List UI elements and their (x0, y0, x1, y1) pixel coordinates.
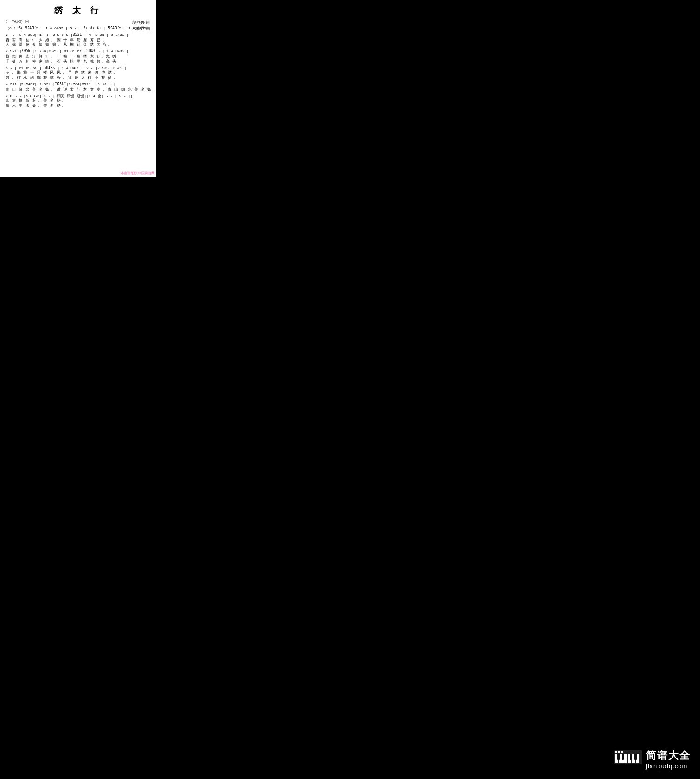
section-3: 2·521 |7̄0̄5̄6̄ |1·784|3521 | 8i 8i 6i |… (6, 49, 151, 64)
svg-rect-7 (617, 754, 620, 760)
piano-icon (614, 750, 642, 769)
notes-row-2: 2· 3 |5 4 352| 1 -)| 2·5 8 5 |3̄5̄2̄1̄ |… (6, 33, 151, 38)
notes-row-5: 4·321 |2·5432| 2·521 |7̄0̄5̄6̄ |1·784|35… (6, 82, 151, 87)
lyrics-row-2a: 西 西 有 位 中 大 娘， 因 十 年 荒 握 剪 把， (6, 38, 151, 43)
logo-container: 简谱大全 jianpudq.com (614, 749, 691, 770)
title-area: 绣 太 行 (6, 5, 151, 16)
svg-rect-6 (636, 754, 639, 763)
svg-rect-9 (630, 754, 632, 760)
lyrics-row-6a: 真 旅 快 新 起， 美 名 扬。 (6, 98, 151, 104)
section-2: 2· 3 |5 4 352| 1 -)| 2·5 8 5 |3̄5̄2̄1̄ |… (6, 33, 151, 48)
song-title: 绣 太 行 (6, 5, 151, 16)
svg-rect-11 (615, 751, 617, 753)
section-4: 5 - | 6i 8i 6i | 5̄0̄4̄3̄5 | 1 4 0435 | … (6, 66, 151, 81)
watermark: 本曲谱版权 中国词曲网 (121, 171, 154, 175)
logo-sub-text: jianpudq.com (646, 763, 687, 770)
svg-rect-3 (623, 754, 627, 763)
svg-rect-8 (622, 754, 624, 760)
lyrics-row-2b: 人 锦 绣 使 众 知 姑 娘， 从 拥 到 众 绣 太 行。 (6, 42, 151, 48)
svg-rect-13 (621, 751, 623, 753)
svg-rect-10 (634, 754, 637, 760)
lyrics-row-5: 青 山 绿 水 美 名 扬， 谁 说 太 行 本 贫 黄， 青 山 绿 水 美 … (6, 87, 151, 92)
notes-row-3: 2·521 |7̄0̄5̄6̄ |1·784|3521 | 8i 8i 6i |… (6, 49, 151, 54)
music-content: （8 1 6̣i 5̄0̄4̄3̄ 5 | 1 4 0432 | 5 - | 6… (6, 26, 151, 109)
notes-row-6: 2 8 5 - |5·8352| 1 - |[稍宽 稍慢 渐慢]|1 4 全| … (6, 94, 151, 99)
logo-main-text: 简谱大全 (646, 749, 691, 763)
logo-text: 简谱大全 jianpudq.com (646, 749, 691, 770)
notes-row-1: （8 1 6̣i 5̄0̄4̄3̄ 5 | 1 4 0432 | 5 - | 6… (6, 26, 151, 31)
author-area: 段燕兴 词 朱晓昇 曲 (132, 20, 150, 31)
sheet-music-area: 绣 太 行 段燕兴 词 朱晓昇 曲 1＝ᵇA(G) 4/4 （8 1 6̣i 5… (0, 0, 156, 177)
lyrics-row-4a: 花， 那 将 一 只 楼 风 凤， 早 也 绣 来 晚 也 绣， (6, 70, 151, 76)
author-label: 段燕兴 词 (132, 20, 150, 26)
lyrics-row-6b: 廊 水 美 名 扬， 美 名 扬。 (6, 104, 151, 109)
notes-row-4: 5 - | 6i 8i 6i | 5̄0̄4̄3̄5 | 1 4 0435 | … (6, 66, 151, 71)
lyrics-row-3b: 千 针 万 针 密 密 缝， 石 头 蜡 里 也 挑 散。高 头 (6, 59, 151, 64)
lyrics-row-3a: 抱 把 剪 直 活 祥 针， 一 粒 一 粒 绣 太 行。先 绣 (6, 54, 151, 59)
key-info: 1＝ᵇA(G) 4/4 (6, 19, 151, 25)
svg-rect-12 (618, 751, 620, 753)
section-5: 4·321 |2·5432| 2·521 |7̄0̄5̄6̄ |1·784|35… (6, 82, 151, 92)
section-1: （8 1 6̣i 5̄0̄4̄3̄ 5 | 1 4 0432 | 5 - | 6… (6, 26, 151, 31)
composer-label: 朱晓昇 曲 (132, 26, 150, 32)
lyrics-row-4b: 河， 打 水 绣 廊 花 草 香， 谁 说 太 行 本 茺 贫， (6, 76, 151, 81)
section-6: 2 8 5 - |5·8352| 1 - |[稍宽 稍慢 渐慢]|1 4 全| … (6, 94, 151, 109)
